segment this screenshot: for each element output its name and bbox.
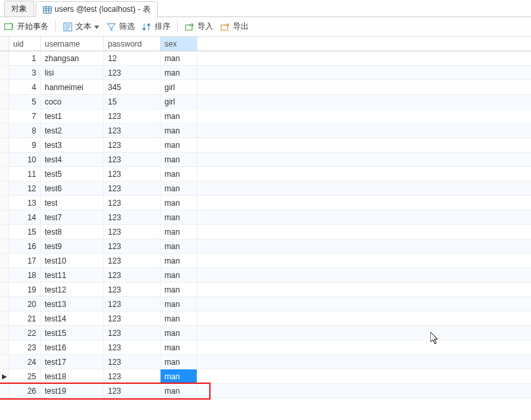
table-row[interactable]: 8test2123man [0,124,531,138]
table-row[interactable]: 1zhangsan12man [0,51,531,66]
table-row[interactable]: 21test14123man [0,312,531,326]
table-row[interactable]: 16test9123man [0,239,531,254]
begin-transaction-button[interactable]: 开始事务 [4,21,49,32]
cell-uid[interactable]: 19 [9,283,41,296]
cell-username[interactable]: test4 [41,152,104,166]
cell-sex[interactable]: man [161,225,197,239]
cell-username[interactable]: test12 [41,283,104,296]
column-header-username[interactable]: username [41,37,104,51]
table-row[interactable]: 23test16123man [0,340,531,355]
cell-username[interactable]: test15 [41,326,104,340]
cell-username[interactable]: lisi [41,66,104,80]
cell-password[interactable]: 123 [104,181,161,195]
cell-username[interactable]: test17 [41,355,104,369]
cell-username[interactable]: test5 [41,167,104,181]
cell-sex[interactable]: man [161,181,197,195]
cell-sex[interactable]: man [161,340,197,354]
cell-password[interactable]: 123 [104,312,161,325]
cell-sex[interactable]: man [161,369,197,383]
table-row[interactable]: 9test3123man [0,138,531,152]
cell-sex[interactable]: girl [161,95,197,108]
cell-uid[interactable]: 5 [9,95,41,108]
cell-sex[interactable]: girl [161,80,197,94]
table-row[interactable]: 5coco15girl [0,95,531,109]
tab-objects[interactable]: 对象 [4,1,34,16]
table-row[interactable]: 26test19123man [0,384,531,398]
cell-uid[interactable]: 10 [9,152,41,166]
cell-password[interactable]: 123 [104,109,161,123]
cell-password[interactable]: 123 [104,283,161,296]
cell-sex[interactable]: man [161,297,197,311]
cell-sex[interactable]: man [161,109,197,123]
cell-uid[interactable]: 7 [9,109,41,123]
column-header-sex[interactable]: sex [161,37,197,51]
cell-sex[interactable]: man [161,355,197,369]
table-row[interactable]: 12test6123man [0,181,531,196]
cell-uid[interactable]: 13 [9,196,41,210]
cell-password[interactable]: 123 [104,152,161,166]
cell-sex[interactable]: man [161,66,197,80]
cell-password[interactable]: 12 [104,51,161,65]
cell-password[interactable]: 123 [104,254,161,268]
cell-sex[interactable]: man [161,124,197,137]
cell-uid[interactable]: 25 [9,369,41,383]
cell-uid[interactable]: 22 [9,326,41,340]
cell-uid[interactable]: 12 [9,181,41,195]
cell-uid[interactable]: 9 [9,138,41,152]
cell-username[interactable]: test19 [41,384,104,398]
cell-sex[interactable]: man [161,239,197,253]
column-header-password[interactable]: password [104,37,161,51]
cell-password[interactable]: 123 [104,326,161,340]
cell-uid[interactable]: 20 [9,297,41,311]
tab-users-table[interactable]: users @test (localhost) - 表 [36,1,158,17]
cell-username[interactable]: test3 [41,138,104,152]
cell-username[interactable]: test16 [41,340,104,354]
cell-sex[interactable]: man [161,196,197,210]
table-row[interactable]: 15test8123man [0,225,531,239]
table-row[interactable]: 19test12123man [0,283,531,297]
table-row[interactable]: 17test10123man [0,254,531,268]
cell-uid[interactable]: 23 [9,340,41,354]
table-row[interactable]: 7test1123man [0,109,531,124]
cell-uid[interactable]: 4 [9,80,41,94]
cell-password[interactable]: 123 [104,297,161,311]
cell-sex[interactable]: man [161,283,197,296]
table-row[interactable]: 22test15123man [0,326,531,340]
table-row[interactable]: 14test7123man [0,210,531,225]
cell-password[interactable]: 123 [104,196,161,210]
table-row[interactable]: 10test4123man [0,152,531,167]
cell-password[interactable]: 123 [104,225,161,239]
cell-password[interactable]: 123 [104,340,161,354]
cell-uid[interactable]: 16 [9,239,41,253]
table-row[interactable]: 13test123man [0,196,531,210]
cell-sex[interactable]: man [161,254,197,268]
table-row[interactable]: ▶25test18123man [0,369,531,384]
cell-username[interactable]: test2 [41,124,104,137]
cell-password[interactable]: 123 [104,384,161,398]
cell-username[interactable]: test18 [41,369,104,383]
filter-button[interactable]: 筛选 [106,21,135,32]
cell-username[interactable]: test7 [41,210,104,224]
cell-sex[interactable]: man [161,152,197,166]
cell-username[interactable]: zhangsan [41,51,104,65]
cell-sex[interactable]: man [161,210,197,224]
cell-uid[interactable]: 21 [9,312,41,325]
cell-username[interactable]: test10 [41,254,104,268]
table-row[interactable]: 18test11123man [0,268,531,283]
cell-uid[interactable]: 8 [9,124,41,137]
cell-password[interactable]: 123 [104,268,161,282]
cell-username[interactable]: test8 [41,225,104,239]
cell-password[interactable]: 123 [104,210,161,224]
cell-uid[interactable]: 1 [9,51,41,65]
cell-uid[interactable]: 18 [9,268,41,282]
cell-uid[interactable]: 3 [9,66,41,80]
table-row[interactable]: 11test5123man [0,167,531,181]
sort-button[interactable]: 排序 [141,21,170,32]
table-row[interactable]: 20test13123man [0,297,531,312]
cell-sex[interactable]: man [161,326,197,340]
cell-password[interactable]: 345 [104,80,161,94]
cell-sex[interactable]: man [161,51,197,65]
cell-uid[interactable]: 11 [9,167,41,181]
cell-password[interactable]: 123 [104,369,161,383]
cell-sex[interactable]: man [161,312,197,325]
